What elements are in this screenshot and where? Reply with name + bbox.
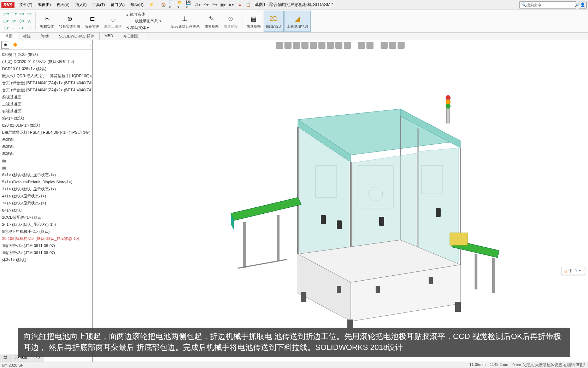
tree-item[interactable]: 前视基准面 — [1, 93, 92, 100]
btm-tab-model[interactable]: 型 — [0, 354, 11, 362]
tab-annotate[interactable]: 标注 — [18, 33, 36, 40]
config-tab-icon[interactable]: 🔶 — [11, 41, 19, 49]
tree-item[interactable]: 基准面 — [1, 136, 92, 143]
tab-today[interactable]: 今日制造 — [118, 33, 144, 40]
menu-file[interactable]: 文件(F) — [17, 1, 34, 8]
tree-item[interactable]: L积层式警示灯TPSL4[TPSL4-3短]<1> (TPSL4-3短) — [1, 129, 92, 136]
ime-more-icon[interactable]: ⋯ — [579, 269, 583, 273]
search-input[interactable] — [526, 3, 575, 7]
tree-item[interactable]: 面 — [1, 157, 92, 164]
tree-item[interactable]: 体3<1> (默认) — [1, 256, 92, 263]
tree-item[interactable]: 合页 (锌合金) [BET-H4040(ZA)]<1> (BET-H4040(Z… — [1, 79, 92, 86]
tree-item[interactable]: 2<1> (默认<默认_显示状态-1>) — [1, 221, 92, 228]
save-icon[interactable]: 💾▾ — [186, 2, 192, 8]
tree-item[interactable]: 合页 (锌合金) [BET-H4040(ZA)]<2> (BET-H4040(Z… — [1, 86, 92, 93]
relations-button[interactable]: ⊥显示/删除几何关系 — [168, 11, 202, 32]
vp-tool-6[interactable] — [318, 42, 325, 49]
vp-tool-4[interactable] — [301, 42, 308, 49]
tree-item[interactable]: 基准面 — [1, 150, 92, 157]
vp-tool-9[interactable] — [344, 42, 351, 49]
point-icon[interactable]: · — [11, 25, 17, 31]
chevron-right-icon[interactable]: › — [89, 43, 91, 47]
tree-item[interactable]: 右视基准面 — [1, 108, 92, 115]
fillet-icon[interactable]: ⌐▾ — [18, 25, 25, 31]
vp-tool-11[interactable] — [366, 42, 374, 49]
cursor-icon[interactable]: ▶▾ — [228, 2, 235, 8]
mirror-text[interactable]: ⟁ 镜向实体 — [125, 11, 163, 17]
menu-help[interactable]: 帮助(H) — [128, 1, 146, 8]
home-icon[interactable]: 🏠 — [160, 2, 167, 8]
undo-icon[interactable]: ↶▾ — [203, 2, 209, 8]
menu-star[interactable]: ⚡ — [147, 1, 156, 8]
tree-item[interactable]: 9电池下料机械手<1> (默认) — [1, 228, 92, 235]
tree-item[interactable]: (固定) DCD20-01-025<1> (默认<按加工>) — [1, 58, 92, 65]
select-icon[interactable]: ▣▾ — [220, 2, 226, 8]
quick-sketch-button[interactable]: ▦快速草图 — [245, 11, 263, 32]
vp-tool-2[interactable] — [284, 42, 292, 49]
tree-item[interactable]: 4<1> (默认<显示状态-1>) — [1, 192, 92, 200]
tree-tab-icon[interactable]: ⊕ — [1, 41, 9, 49]
tab-sketch[interactable]: 草图 — [0, 33, 18, 40]
line-icon[interactable]: ／▾ — [3, 11, 9, 17]
linear-pattern-text[interactable]: ⋮⋮ 线性草图阵列 ▾ — [125, 18, 163, 24]
tree-item[interactable]: 嵌入式HQDR-嵌入式拉手，弹簧型拉手[HQDR100]<1> — [1, 72, 92, 79]
instant2d-button[interactable]: 2DInstant2D — [264, 11, 284, 32]
arc-icon[interactable]: ⌒▾ — [11, 11, 17, 17]
poly-icon[interactable]: ⬡▾ — [18, 18, 25, 24]
open-icon[interactable]: 📂▾ — [177, 2, 184, 8]
tree-item[interactable]: 7<1> (默认<显示状态-1>) — [1, 200, 92, 207]
vp-tool-8[interactable] — [335, 42, 342, 49]
slot-icon[interactable]: ⊙▾ — [3, 25, 9, 31]
tree-item[interactable]: 020侧门-2<2> (默认) — [1, 51, 92, 58]
tree-item[interactable]: 基准面 — [1, 143, 92, 150]
tab-evaluate[interactable]: 评估 — [36, 33, 54, 40]
user-icon[interactable]: 👤 — [579, 1, 587, 9]
menu-insert[interactable]: 插入(I) — [73, 1, 89, 8]
convert-button[interactable]: ⊕转换实体引用 — [57, 11, 82, 32]
vp-tool-7[interactable] — [327, 42, 334, 49]
vp-tool-14[interactable] — [398, 42, 405, 49]
tree-item[interactable]: 1输送带<1> (JTM-0911-08-07) — [1, 242, 92, 249]
tree-item[interactable]: 20-10剥标机构<1> (默认<默认_显示状态-1>) — [1, 235, 92, 242]
offset-button[interactable]: ⊏等距实体 — [83, 11, 101, 32]
rect-icon[interactable]: ▢▾ — [3, 18, 9, 24]
tree-item[interactable]: 8<1> (默认) — [1, 207, 92, 214]
redo-icon[interactable]: ↷▾ — [211, 2, 218, 8]
vp-tool-3[interactable] — [293, 42, 300, 49]
print-icon[interactable]: 🖨▾ — [194, 2, 201, 8]
search-box[interactable]: 🔍 🔎 — [519, 1, 576, 8]
menu-edit[interactable]: 编辑(E) — [36, 1, 53, 8]
circle-icon[interactable]: ○▾ — [11, 18, 17, 24]
menu-tools[interactable]: 工具(T) — [90, 1, 107, 8]
vp-tool-1[interactable] — [276, 42, 283, 49]
list-icon[interactable]: 📋 — [245, 2, 252, 8]
ime-lang[interactable]: 中 — [569, 268, 572, 274]
tree-item[interactable]: 2CCD装配体<1> (默认) — [1, 214, 92, 221]
vp-tool-12[interactable] — [381, 42, 388, 49]
ellipse-icon[interactable]: ⬭▾ — [26, 11, 33, 17]
vp-tool-5[interactable] — [310, 42, 317, 49]
trim-button[interactable]: ✂剪裁实体 — [38, 11, 56, 32]
tree-item[interactable]: DCD20-01-026<1> (默认) — [1, 65, 92, 72]
vp-tool-10[interactable] — [358, 42, 365, 49]
new-icon[interactable]: 📄▾ — [169, 2, 175, 8]
menu-window[interactable]: 窗口(W) — [108, 1, 127, 8]
surface-offset-button[interactable]: ◡曲面上偏移 — [102, 11, 124, 32]
tree-item[interactable]: 5<1> (Default<Default_Display State-1>) — [1, 178, 92, 185]
tree-item[interactable]: 面 — [1, 164, 92, 171]
move-text[interactable]: ⤧ 移动实体 ▾ — [125, 25, 163, 31]
tree-item[interactable]: 020-01-016<1> (默认) — [1, 122, 92, 129]
menu-view[interactable]: 视图(V) — [54, 1, 72, 8]
tab-mbd[interactable]: MBD — [100, 33, 118, 40]
ime-widget[interactable]: ▤ 中 ☽ ⋯ — [561, 267, 585, 275]
more-icon[interactable]: ⋯ — [26, 25, 33, 31]
spline-icon[interactable]: ∿▾ — [18, 11, 25, 17]
tab-addins[interactable]: SOLIDWORKS 插件 — [54, 33, 100, 40]
repair-button[interactable]: ✎修复草图 — [202, 11, 221, 32]
text-icon[interactable]: A — [26, 18, 33, 24]
3d-viewport[interactable]: ▤ 中 ☽ ⋯ — [93, 40, 588, 362]
tree-item[interactable]: 1输送带<2> (JTM-0911-08-07) — [1, 249, 92, 256]
tree-item[interactable]: 箱<1> (默认) — [1, 115, 92, 122]
feature-tree[interactable]: 020侧门-2<2> (默认)(固定) DCD20-01-025<1> (默认<… — [0, 50, 92, 362]
snap-button[interactable]: ⊙快速捕捉 — [222, 11, 240, 32]
